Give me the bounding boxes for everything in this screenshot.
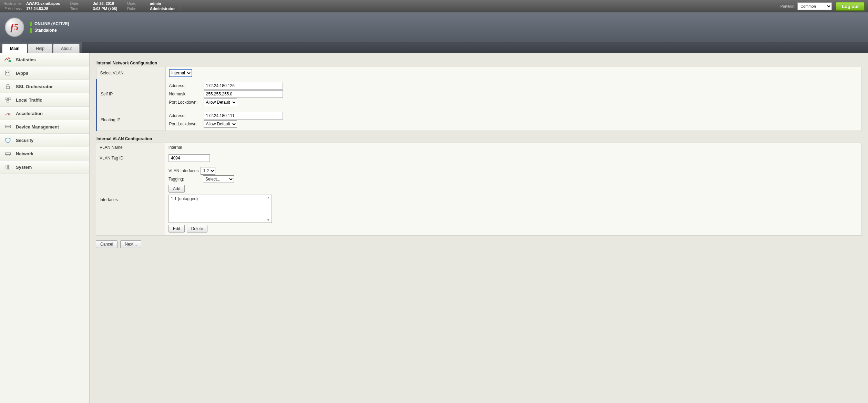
svg-rect-16 [9,165,10,169]
sidebar-item-statistics[interactable]: Statistics [0,53,89,66]
floating-ip-portlockdown-dropdown[interactable]: Allow Default [204,120,237,128]
date-value: Jul 26, 2019 [93,1,114,6]
floating-ip-portlockdown-label: Port Lockdown: [169,122,204,126]
device-icon [4,124,12,130]
date-label: Date: [70,1,93,6]
sidebar-item-label: Statistics [16,57,36,62]
sidebar-item-acceleration[interactable]: Acceleration [0,107,89,120]
shield-icon [4,137,12,143]
lock-icon [4,83,12,90]
svg-rect-2 [6,72,7,73]
tagging-label: Tagging: [169,177,203,182]
self-ip-portlockdown-dropdown[interactable]: Allow Default [204,99,237,106]
iapps-icon [4,70,12,76]
ip-value: 172.24.53.25 [26,7,48,11]
sidebar-item-label: SSL Orchestrator [16,84,53,89]
tab-help[interactable]: Help [28,44,52,53]
f5-logo-icon: f5 [5,18,24,37]
add-button[interactable]: Add [169,185,185,193]
system-icon [4,164,12,170]
svg-rect-7 [7,101,9,102]
svg-rect-6 [9,98,11,100]
section-title-vlan: Internal VLAN Configuration [96,136,862,141]
sidebar-item-label: Network [16,151,33,156]
role-label: Role: [127,6,150,11]
status-bar: f5 ONLINE (ACTIVE) Standalone [0,12,868,42]
delete-button[interactable]: Delete [187,225,208,232]
section-title-network: Internal Network Configuration [96,61,862,65]
tagging-dropdown[interactable]: Select... [203,175,234,183]
scroll-down-icon[interactable]: ▼ [267,218,271,222]
vlan-name-label: VLAN Name [96,143,165,152]
self-ip-label: Self IP [96,79,165,109]
floating-ip-address-input[interactable] [204,112,283,120]
tab-row: Main Help About [0,42,868,53]
sidebar-item-local-traffic[interactable]: Local Traffic [0,93,89,107]
sidebar: Statistics iApps SSL Orchestrator Local … [0,53,90,403]
svg-rect-15 [6,165,7,169]
vlan-interfaces-dropdown[interactable]: 1.2 [201,167,215,175]
user-value: admin [150,1,161,6]
svg-rect-9 [6,125,11,126]
select-vlan-label: Select VLAN [96,67,165,79]
edit-button[interactable]: Edit [169,225,185,232]
select-vlan-dropdown[interactable]: internal [169,69,192,77]
status-indicator-icon [30,22,32,26]
cancel-button[interactable]: Cancel [96,240,118,248]
tab-about[interactable]: About [53,44,80,53]
status-online: ONLINE (ACTIVE) [34,21,69,27]
floating-ip-address-label: Address: [169,113,204,118]
svg-rect-1 [6,71,10,75]
sidebar-item-system[interactable]: System [0,161,89,174]
sidebar-item-device-management[interactable]: Device Management [0,120,89,134]
list-item[interactable]: 1.1 (untagged) [171,196,198,201]
tab-main[interactable]: Main [2,44,27,53]
hostname-value: AWAF1.vxrail.spoc [26,1,60,6]
interfaces-label: Interfaces [96,164,165,236]
role-value: Administrator [150,7,175,11]
sidebar-item-iapps[interactable]: iApps [0,66,89,80]
self-ip-address-input[interactable] [204,82,283,90]
status-standalone: Standalone [34,27,57,34]
sidebar-item-label: Local Traffic [16,97,42,103]
network-config-table: Select VLAN internal Self IP Address: Ne… [96,67,862,131]
hostname-label: Hostname: [3,1,26,6]
sidebar-item-network[interactable]: Network [0,147,89,161]
partition-select[interactable]: Common [797,2,832,10]
self-ip-portlockdown-label: Port Lockdown: [169,100,204,105]
statistics-icon [4,56,12,63]
svg-rect-11 [6,153,11,155]
vlan-tagid-label: VLAN Tag ID [96,152,165,164]
sidebar-item-ssl-orchestrator[interactable]: SSL Orchestrator [0,80,89,93]
interfaces-listbox[interactable]: 1.1 (untagged) ▲ ▼ [169,195,272,223]
gauge-icon [4,110,12,116]
user-label: User: [127,1,150,6]
sidebar-item-label: Acceleration [16,111,43,116]
sidebar-item-security[interactable]: Security [0,134,89,147]
svg-point-0 [9,60,11,62]
sidebar-item-label: Device Management [16,124,59,130]
header-info-bar: Hostname:AWAF1.vxrail.spoc IP Address:17… [0,0,868,12]
svg-rect-3 [8,72,9,73]
vlan-name-value: internal [165,143,862,152]
scroll-up-icon[interactable]: ▲ [267,196,271,199]
vlan-tagid-input[interactable] [169,154,210,162]
svg-rect-4 [6,86,10,89]
network-icon [4,151,12,157]
self-ip-netmask-label: Netmask: [169,92,204,96]
next-button[interactable]: Next... [120,240,141,248]
floating-ip-label: Floating IP [96,109,165,131]
main-content: Internal Network Configuration Select VL… [90,53,868,403]
vlan-interfaces-label: VLAN Interfaces [169,168,198,173]
self-ip-netmask-input[interactable] [204,90,283,98]
vlan-config-table: VLAN Name internal VLAN Tag ID Interface… [96,143,862,236]
sidebar-item-label: iApps [16,71,28,76]
logout-button[interactable]: Log out [836,2,865,11]
svg-rect-10 [6,127,11,128]
self-ip-address-label: Address: [169,83,204,88]
time-value: 3:03 PM (+08) [93,7,117,11]
partition-label: Partition: [780,4,795,8]
status-indicator-icon [30,28,32,33]
sidebar-item-label: Security [16,138,33,143]
time-label: Time: [70,6,93,11]
